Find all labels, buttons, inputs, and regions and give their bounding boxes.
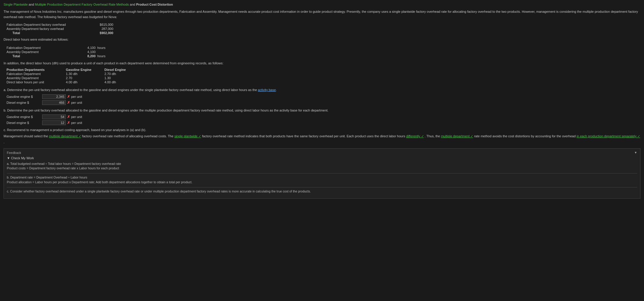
divider-bc (7, 187, 637, 187)
dept-row-total-dlh: Direct labor hours per unit 4.00 dlh 4.0… (7, 80, 640, 84)
feedback-collapse-arrow[interactable]: ▼ (634, 151, 637, 154)
diesel-input-b[interactable] (42, 120, 66, 125)
recommendation-paragraph: Management should select the multiple de… (4, 133, 640, 145)
page-title: Single Plantwide and Multiple Production… (4, 2, 640, 7)
differently-link[interactable]: differently ✓ (406, 134, 424, 138)
question-a-section: a. Determine the per-unit factory overhe… (4, 87, 640, 105)
title-product-cost: Product Cost Distortion (136, 3, 173, 6)
single-plantwide-link[interactable]: single plantwide ✓ (174, 134, 201, 138)
each-dept-link[interactable]: in each production department separately… (577, 134, 640, 138)
gasoline-input-b[interactable] (42, 114, 66, 119)
direct-labor-header: Direct labor hours were estimated as fol… (4, 38, 640, 41)
activity-base-link-a[interactable]: activity base (258, 88, 276, 92)
answer-row-b-gasoline: Gasoline engine $ ✗ per unit (7, 114, 640, 119)
additional-text: In addition, the direct labor hours (dlh… (4, 61, 640, 66)
gasoline-input-a[interactable] (42, 94, 66, 99)
question-b-label: b. Determine the per-unit factory overhe… (4, 108, 640, 113)
title-single-plantwide: Single Plantwide (4, 3, 28, 6)
answer-row-a-diesel: Diesel engine $ ✗ per unit (7, 100, 640, 105)
feedback-box: Feedback ▼ ▼ Check My Work a. Total budg… (4, 148, 640, 199)
hours-table: Fabrication Department 4,100 hours Assem… (7, 43, 640, 58)
overhead-table: Fabrication Department factory overhead … (7, 23, 640, 35)
overhead-row-fabrication: Fabrication Department factory overhead … (7, 23, 640, 26)
feedback-item-b: b. Department rate = Department Overhead… (7, 175, 637, 185)
dept-row-fabrication: Fabrication Department 1.30 dlh 2.70 dlh (7, 72, 640, 76)
hours-row-assembly: Assembly Department 4,100 (7, 50, 640, 54)
question-a-label: a. Determine the per-unit factory overhe… (4, 87, 640, 93)
overhead-row-assembly: Assembly Department factory overhead 287… (7, 27, 640, 31)
diesel-input-a[interactable] (42, 100, 66, 105)
hours-row-total: Total 8,200 hours (7, 54, 640, 58)
answer-row-a-gasoline: Gasoline engine $ ✗ per unit (7, 94, 640, 99)
dept-header-row: Production Departments Gasoline Engine D… (7, 68, 640, 71)
overhead-row-total: Total $902,000 (7, 31, 640, 35)
feedback-title: Feedback (7, 151, 21, 155)
check-my-work[interactable]: ▼ Check My Work (7, 156, 637, 160)
intro-paragraph: The management of Nova Industries Inc. m… (4, 9, 640, 20)
question-c-section: c. Recommend to management a product cos… (4, 128, 640, 145)
question-c-label: c. Recommend to management a product cos… (4, 128, 640, 132)
hours-row-fabrication: Fabrication Department 4,100 hours (7, 46, 640, 50)
dept-row-assembly: Assembly Department 2.70 1.30 (7, 76, 640, 80)
answer-row-b-diesel: Diesel engine $ ✗ per unit (7, 120, 640, 125)
feedback-item-c: c. Consider whether factory overhead det… (7, 189, 637, 194)
divider-ab (7, 173, 637, 173)
diesel-xmark-b: ✗ (67, 121, 70, 125)
feedback-header: Feedback ▼ (7, 151, 637, 155)
title-multiple-dept: Multiple Production Department Factory O… (35, 3, 129, 6)
feedback-item-a: a. Total budgeted overhead ÷ Total labor… (7, 162, 637, 171)
question-b-section: b. Determine the per-unit factory overhe… (4, 108, 640, 125)
gasoline-xmark-b: ✗ (67, 115, 70, 119)
gasoline-xmark-a: ✗ (67, 95, 70, 99)
diesel-xmark-a: ✗ (67, 101, 70, 105)
multiple-dept-link1[interactable]: multiple department ✓ (49, 134, 81, 138)
dept-table: Production Departments Gasoline Engine D… (7, 68, 640, 84)
multiple-dept-link2[interactable]: multiple department ✓ (441, 134, 473, 138)
